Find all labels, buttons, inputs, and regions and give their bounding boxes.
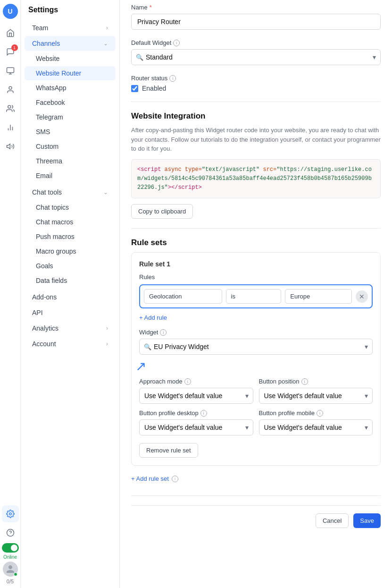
sidebar-item-api-label: API bbox=[32, 309, 43, 316]
sidebar-item-team[interactable]: Team › bbox=[25, 20, 116, 35]
status-toggle[interactable] bbox=[2, 543, 19, 553]
default-widget-field-group: Default Widget i 🔍 Standard ▾ bbox=[131, 39, 381, 65]
approach-mode-info-icon[interactable]: i bbox=[184, 378, 191, 385]
code-src-attr: src= bbox=[263, 166, 276, 173]
rules-label: Rules bbox=[139, 273, 373, 281]
name-field-group: Name * bbox=[131, 4, 381, 30]
sidebar-item-chat-tools[interactable]: Chat tools ⌄ bbox=[25, 185, 116, 200]
icon-bar: U 1 Online 0/5 bbox=[0, 0, 21, 588]
approach-mode-select-wrapper: Use Widget's default value ▾ bbox=[139, 388, 253, 404]
add-rule-button[interactable]: + Add rule bbox=[139, 312, 167, 323]
sidebar-sub-sms[interactable]: SMS bbox=[25, 125, 116, 139]
approach-mode-label: Approach mode i bbox=[139, 378, 253, 385]
code-script-open: <script bbox=[137, 166, 165, 173]
rule-value-select[interactable]: Europe bbox=[285, 289, 352, 304]
button-profile-desktop-group: Button profile desktop i Use Widget's de… bbox=[139, 409, 253, 435]
sidebar-sub-macro-groups[interactable]: Macro groups bbox=[25, 244, 116, 258]
button-profile-desktop-select-wrapper: Use Widget's default value ▾ bbox=[139, 419, 253, 435]
button-profile-desktop-select[interactable]: Use Widget's default value bbox=[139, 419, 253, 435]
sidebar-item-analytics-label: Analytics bbox=[32, 324, 58, 332]
add-ruleset-info-icon[interactable]: i bbox=[172, 476, 178, 482]
button-position-info-icon[interactable]: i bbox=[301, 378, 308, 385]
sidebar-sub-custom[interactable]: Custom bbox=[25, 139, 116, 153]
sidebar-sub-data-fields[interactable]: Data fields bbox=[25, 273, 116, 288]
search-icon-widget: 🔍 bbox=[136, 54, 143, 61]
remove-rule-set-button[interactable]: Remove rule set bbox=[139, 443, 198, 458]
sidebar-sub-email[interactable]: Email bbox=[25, 169, 116, 183]
rule-condition-select[interactable]: Geolocation bbox=[144, 289, 222, 304]
website-integration-heading: Website Integration bbox=[131, 111, 381, 121]
button-profile-desktop-info-icon[interactable]: i bbox=[200, 410, 207, 417]
default-widget-info-icon[interactable]: i bbox=[173, 40, 180, 46]
approach-mode-select[interactable]: Use Widget's default value bbox=[139, 388, 253, 404]
add-rule-set-row[interactable]: + Add rule set i bbox=[131, 471, 381, 486]
name-label: Name * bbox=[131, 4, 381, 11]
button-profile-mobile-info-icon[interactable]: i bbox=[317, 410, 323, 417]
name-required-marker: * bbox=[150, 4, 152, 11]
widget-select[interactable]: EU Privacy Widget bbox=[139, 339, 373, 355]
button-position-select-wrapper: Use Widget's default value ▾ bbox=[259, 388, 373, 404]
sidebar-sub-chat-macros[interactable]: Chat macros bbox=[25, 215, 116, 229]
code-script-close: ></script> bbox=[168, 184, 202, 191]
divider-1 bbox=[131, 102, 381, 102]
sidebar-sub-chat-topics-label: Chat topics bbox=[36, 204, 69, 211]
chevron-right-icon-account: › bbox=[106, 341, 108, 347]
router-enabled-checkbox[interactable] bbox=[131, 85, 138, 92]
sidebar-sub-facebook[interactable]: Facebook bbox=[25, 95, 116, 110]
sidebar-sub-chat-topics[interactable]: Chat topics bbox=[25, 200, 116, 214]
nav-icon-contacts[interactable] bbox=[2, 81, 19, 98]
nav-icon-team[interactable] bbox=[2, 100, 19, 117]
sidebar-sub-goals-label: Goals bbox=[36, 262, 53, 270]
nav-icon-settings[interactable] bbox=[2, 505, 19, 522]
cancel-button[interactable]: Cancel bbox=[316, 513, 349, 528]
rule-remove-button[interactable]: ✕ bbox=[356, 290, 368, 303]
rule-set-1-card: Rule set 1 Rules Geolocation is Europe ✕… bbox=[131, 252, 381, 466]
widget-info-icon[interactable]: i bbox=[160, 329, 167, 336]
sidebar-item-account-label: Account bbox=[32, 340, 56, 348]
save-button[interactable]: Save bbox=[353, 513, 381, 528]
sidebar-sub-telegram[interactable]: Telegram bbox=[25, 110, 116, 124]
sidebar-item-account[interactable]: Account › bbox=[25, 336, 116, 351]
sidebar-sub-threema[interactable]: Threema bbox=[25, 154, 116, 168]
sidebar-sub-website[interactable]: Website bbox=[25, 51, 116, 66]
nav-icon-analytics[interactable] bbox=[2, 119, 19, 136]
website-integration-desc: After copy-and-pasting this Widget route… bbox=[131, 126, 381, 153]
nav-icon-chat[interactable]: 1 bbox=[2, 43, 19, 60]
sidebar-item-channels[interactable]: Channels ⌄ bbox=[25, 36, 116, 51]
nav-icon-home[interactable] bbox=[2, 25, 19, 42]
sidebar-sub-whatsapp[interactable]: WhatsApp bbox=[25, 81, 116, 95]
router-enabled-label[interactable]: Enabled bbox=[142, 85, 166, 92]
search-icon-widget-rule: 🔍 bbox=[144, 343, 151, 350]
copy-to-clipboard-button[interactable]: Copy to clipboard bbox=[131, 204, 193, 219]
chevron-down-icon-chat-tools: ⌄ bbox=[103, 189, 108, 196]
sidebar-sub-website-router[interactable]: Website Router bbox=[25, 66, 116, 80]
sidebar-item-addons[interactable]: Add-ons bbox=[25, 290, 116, 305]
button-position-select[interactable]: Use Widget's default value bbox=[259, 388, 373, 404]
divider-3 bbox=[131, 495, 381, 496]
button-profile-mobile-label: Button profile mobile i bbox=[259, 409, 373, 417]
sidebar-sub-threema-label: Threema bbox=[36, 157, 62, 165]
sidebar-sub-data-fields-label: Data fields bbox=[36, 277, 67, 284]
rule-operator-select[interactable]: is bbox=[226, 289, 282, 304]
router-status-info-icon[interactable]: i bbox=[169, 75, 176, 82]
sidebar-sub-goals[interactable]: Goals bbox=[25, 259, 116, 273]
button-profile-mobile-select-wrapper: Use Widget's default value ▾ bbox=[259, 419, 373, 435]
sidebar-sub-website-label: Website bbox=[36, 55, 59, 62]
sidebar-sub-sms-label: SMS bbox=[36, 128, 50, 136]
svg-point-4 bbox=[8, 105, 10, 108]
nav-icon-help[interactable] bbox=[2, 524, 19, 541]
name-input[interactable] bbox=[131, 14, 381, 30]
user-avatar-wrapper[interactable] bbox=[3, 562, 18, 577]
widget-select-wrapper: 🔍 EU Privacy Widget ▾ bbox=[139, 339, 373, 355]
nav-icon-inbox[interactable] bbox=[2, 62, 19, 79]
sidebar-item-analytics[interactable]: Analytics › bbox=[25, 321, 116, 336]
button-profile-mobile-select[interactable]: Use Widget's default value bbox=[259, 419, 373, 435]
default-widget-select[interactable]: Standard bbox=[131, 49, 381, 65]
sidebar-sub-push-macros[interactable]: Push macros bbox=[25, 230, 116, 244]
sidebar-sub-facebook-label: Facebook bbox=[36, 99, 65, 106]
nav-icon-campaigns[interactable] bbox=[2, 138, 19, 155]
divider-2 bbox=[131, 228, 381, 229]
button-position-group: Button position i Use Widget's default v… bbox=[259, 378, 373, 404]
sidebar-item-api[interactable]: API bbox=[25, 305, 116, 320]
approach-mode-group: Approach mode i Use Widget's default val… bbox=[139, 378, 253, 404]
